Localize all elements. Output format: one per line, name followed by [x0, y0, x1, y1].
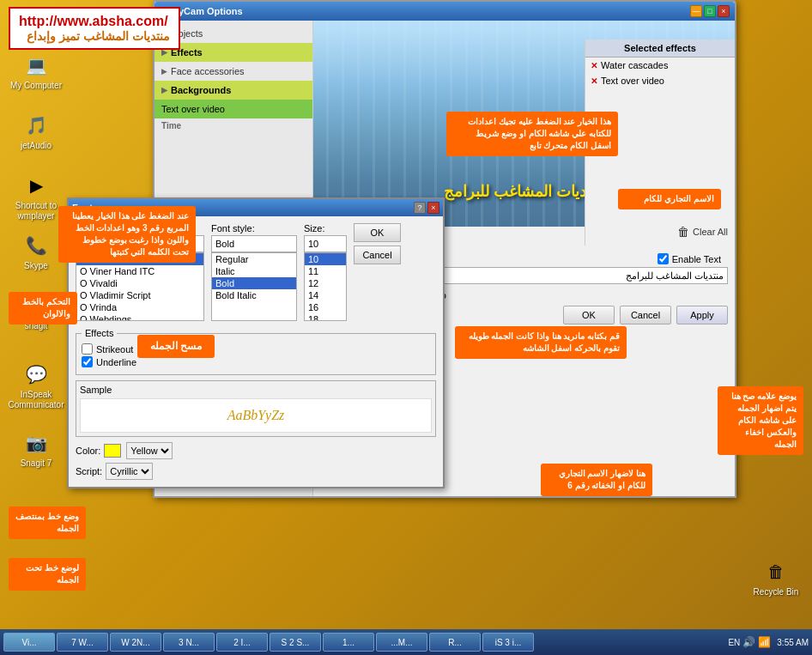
- strikeout-label: Strikeout: [82, 343, 430, 355]
- taskbar-btn-7w[interactable]: 7 W...: [57, 633, 108, 652]
- desktop-icon-recycle[interactable]: 🗑 Recycle Bin: [748, 558, 803, 597]
- font-style-listbox[interactable]: Regular Italic Bold Bold Italic: [211, 252, 297, 321]
- taskbar-btn-vi[interactable]: Vi...: [3, 633, 55, 652]
- font-help-button[interactable]: ?: [414, 202, 426, 214]
- remove-water-btn[interactable]: ✕: [591, 61, 597, 70]
- font-close-button[interactable]: ×: [427, 202, 439, 214]
- skype-icon: 📞: [22, 232, 50, 259]
- font-name-listbox[interactable]: Verdana O Viner Hand ITC O Vivaldi O Vla…: [76, 252, 204, 321]
- clear-all-button[interactable]: 🗑 Clear All: [677, 225, 728, 239]
- close-button[interactable]: ×: [718, 5, 730, 17]
- script-label: Script:: [76, 466, 102, 476]
- size-12[interactable]: 12: [305, 277, 346, 289]
- font-cancel-button[interactable]: Cancel: [354, 246, 401, 264]
- mycomputer-icon: 💻: [22, 52, 50, 79]
- taskbar-btn-m[interactable]: ...M...: [376, 633, 427, 652]
- underline-checkbox[interactable]: [82, 356, 93, 367]
- color-swatch: [104, 444, 121, 458]
- size-16[interactable]: 16: [305, 301, 346, 313]
- taskbar-btn-2i[interactable]: 2 I...: [216, 633, 268, 652]
- snagit7-label: Snagit 7: [21, 458, 52, 469]
- style-bold[interactable]: Bold: [212, 277, 296, 289]
- script-select[interactable]: Cyrillic: [106, 463, 153, 480]
- style-bolditalic[interactable]: Bold Italic: [212, 289, 296, 301]
- annotation-6: الاسم التجاري للكام: [618, 189, 721, 209]
- font-style-col: Font style: Bold Regular Italic Bold Bol…: [211, 223, 297, 321]
- desktop-icon-skype[interactable]: 📞 Skype: [9, 232, 64, 271]
- font-size-input[interactable]: 10: [304, 235, 347, 252]
- minimize-button[interactable]: —: [690, 5, 702, 17]
- font-color-row: Color: Yellow: [76, 442, 436, 459]
- font-effects-legend: Effects: [82, 328, 117, 338]
- font-ok-button[interactable]: OK: [354, 223, 401, 242]
- font-size-listbox[interactable]: 10 11 12 14 16 18 20: [304, 252, 347, 321]
- recycle-label: Recycle Bin: [754, 587, 799, 597]
- style-italic[interactable]: Italic: [212, 265, 296, 277]
- size-10[interactable]: 10: [305, 253, 346, 265]
- style-regular[interactable]: Regular: [212, 253, 296, 265]
- taskbar-btn-1[interactable]: 1...: [323, 633, 374, 652]
- taskbar-btn-w2n[interactable]: W 2N...: [110, 633, 161, 652]
- taskbar-btn-s2s[interactable]: S 2 S...: [270, 633, 321, 652]
- taskbar: Vi... 7 W... W 2N... 3 N... 2 I... S 2 S…: [0, 629, 812, 655]
- window-titlebar: ManyCam Options — □ ×: [155, 2, 735, 21]
- size-18[interactable]: 18: [305, 313, 346, 321]
- annotation-8: هنا لاضهار الاسم التجاري للكام او الخفائ…: [541, 464, 652, 496]
- effect-text-label: Text over video: [601, 76, 664, 86]
- desktop-icon-inspeak[interactable]: 💬 InSpeak Communicator: [9, 361, 64, 410]
- color-select[interactable]: Yellow: [126, 442, 173, 459]
- underline-label: Underline: [82, 356, 430, 367]
- website-url: http://www.absha.com/: [19, 14, 170, 29]
- maximize-button[interactable]: □: [704, 5, 716, 17]
- sidebar-item-backgrounds[interactable]: ▶ Backgrounds: [155, 81, 312, 100]
- effects-panel-title: Selected effects: [585, 39, 735, 58]
- trash-icon: 🗑: [677, 225, 689, 239]
- clear-all-label: Clear All: [693, 227, 728, 237]
- taskbar-btn-r[interactable]: R...: [429, 633, 481, 652]
- font-dialog-controls: ? ×: [414, 202, 439, 214]
- desktop-icon-mycomputer[interactable]: 💻 My Computer: [9, 52, 64, 91]
- remove-text-btn[interactable]: ✕: [591, 76, 597, 86]
- font-style-label: Font style:: [211, 223, 297, 233]
- strikeout-checkbox[interactable]: [82, 343, 93, 355]
- font-script-row: Script: Cyrillic: [76, 463, 436, 480]
- font-style-input[interactable]: Bold: [211, 235, 297, 252]
- annotation-7: يوضع علامه صح هنا يتم اضهار الجمله على ش…: [718, 386, 803, 455]
- sample-label: Sample: [80, 385, 112, 395]
- taskbar-btn-3n[interactable]: 3 N...: [163, 633, 215, 652]
- apply-button[interactable]: Apply: [676, 306, 728, 324]
- sidebar-item-textover[interactable]: Text over video: [155, 100, 312, 118]
- desktop-icon-wmplayer[interactable]: ▶ Shortcut to wmplayer: [9, 172, 64, 221]
- language-indicator: EN: [728, 638, 740, 647]
- taskbar-btn-is3i[interactable]: iS 3 i...: [482, 633, 534, 652]
- cancel-button[interactable]: Cancel: [620, 306, 671, 324]
- volume-icon[interactable]: 🔊: [742, 636, 755, 648]
- annotation-10: لوضع خط تحت الجمله: [9, 558, 86, 591]
- size-11[interactable]: 11: [305, 265, 346, 277]
- jetaudio-label: jetAudio: [21, 141, 52, 151]
- underline-text: Underline: [96, 357, 136, 367]
- desktop-icon-jetaudio[interactable]: 🎵 jetAudio: [9, 112, 64, 151]
- font-list-item-vivaldi[interactable]: O Vivaldi: [76, 277, 203, 289]
- ok-button[interactable]: OK: [563, 306, 615, 324]
- font-list-item-viner[interactable]: O Viner Hand ITC: [76, 265, 203, 277]
- font-list-item-vrinda[interactable]: O Vrinda: [76, 301, 203, 313]
- enable-text-checkbox[interactable]: [657, 253, 669, 264]
- website-box: http://www.absha.com/ منتديات المشاغب تم…: [9, 7, 180, 50]
- jetaudio-icon: 🎵: [22, 112, 50, 139]
- desktop-icon-snagit7[interactable]: 📷 Snagit 7: [9, 429, 64, 469]
- size-14[interactable]: 14: [305, 289, 346, 301]
- sidebar-item-face[interactable]: ▶ Face accessories: [155, 62, 312, 81]
- window-controls: — □ ×: [690, 5, 730, 17]
- enable-text-label: Enable Text: [657, 253, 721, 264]
- sample-text: AaBbYyZz: [227, 408, 285, 423]
- skype-label: Skype: [24, 261, 48, 271]
- inspeak-label: InSpeak Communicator: [8, 390, 64, 410]
- font-list-item-webdings[interactable]: O Webdings: [76, 313, 203, 321]
- annotation-1: هذا الخيار عند الضغط عليه تجيك اعدادات ل…: [446, 112, 618, 156]
- font-effects-section: Effects Strikeout Underline: [76, 328, 436, 375]
- font-list-item-vladimir[interactable]: O Vladimir Script: [76, 289, 203, 301]
- color-label: Color:: [76, 446, 100, 456]
- network-icon: 📶: [758, 636, 771, 648]
- annotation-3: التحكم بالخط والالوان: [9, 292, 77, 324]
